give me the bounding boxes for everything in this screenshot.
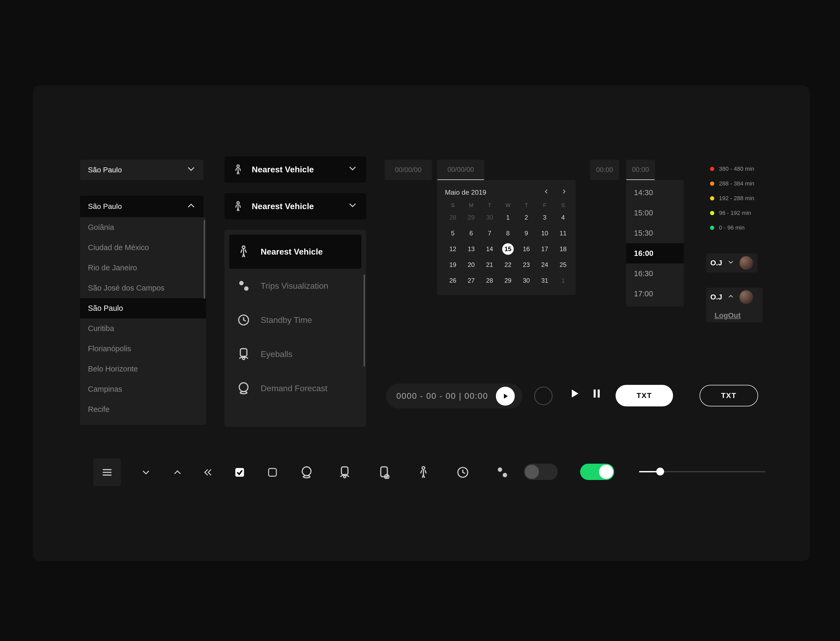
clock-icon[interactable] — [449, 458, 477, 486]
calendar-day[interactable]: 16 — [519, 243, 534, 256]
legend-label: 288 - 384 min — [719, 180, 755, 187]
toggle-on[interactable] — [580, 464, 614, 480]
visualization-item[interactable]: Standby Time — [229, 303, 361, 337]
calendar-day[interactable]: 12 — [445, 243, 461, 256]
calendar-day-muted[interactable]: 1 — [555, 274, 571, 287]
txt-button-filled[interactable]: TXT — [615, 385, 673, 406]
calendar-day[interactable]: 19 — [445, 258, 461, 271]
calendar-day[interactable]: 28 — [482, 274, 498, 287]
checkbox-empty-icon[interactable] — [259, 458, 286, 486]
city-item[interactable]: Campinas — [80, 379, 206, 399]
calendar-day[interactable]: 18 — [555, 243, 571, 256]
chevron-down-icon[interactable] — [132, 458, 160, 486]
calendar-day[interactable]: 15 — [502, 243, 514, 255]
city-item[interactable]: São José dos Campos — [80, 278, 206, 298]
city-item[interactable]: Recife — [80, 399, 206, 420]
play-icon[interactable] — [568, 388, 580, 401]
time-item[interactable]: 15:30 — [626, 223, 684, 243]
slider[interactable] — [639, 471, 765, 472]
calendar-day[interactable]: 21 — [482, 258, 498, 271]
visualization-item[interactable]: Trips Visualization — [229, 269, 361, 303]
calendar-day-muted[interactable]: 30 — [482, 211, 498, 224]
txt-button-outline[interactable]: TXT — [700, 385, 758, 406]
city-item[interactable]: Ciudad de México — [80, 237, 206, 258]
calendar-day[interactable]: 13 — [463, 243, 479, 256]
calendar-day[interactable]: 14 — [482, 243, 498, 256]
calendar-prev-icon[interactable] — [543, 188, 550, 197]
visualization-item[interactable]: Nearest Vehicle — [229, 235, 361, 269]
toggle-off[interactable] — [524, 464, 558, 480]
calendar-day[interactable]: 8 — [500, 227, 516, 240]
time-list[interactable]: 14:3015:0015:3016:0016:3017:00 — [626, 180, 684, 307]
city-item[interactable]: Rio de Janeiro — [80, 258, 206, 278]
calendar-day[interactable]: 29 — [500, 274, 516, 287]
date-input-1[interactable]: 00/00/00 — [385, 160, 432, 180]
calendar-day-muted[interactable]: 29 — [463, 211, 479, 224]
calendar-day[interactable]: 22 — [500, 258, 516, 271]
logout-link[interactable]: LogOut — [710, 309, 758, 320]
calendar-dow: T — [519, 202, 534, 208]
date-input-2[interactable]: 00/00/00 — [437, 160, 484, 180]
calendar-day[interactable]: 2 — [519, 211, 534, 224]
device-check-icon[interactable] — [370, 458, 398, 486]
demand-forecast-icon[interactable] — [293, 458, 320, 486]
play-button[interactable] — [496, 387, 515, 406]
time-item[interactable]: 15:00 — [626, 203, 684, 223]
visualization-select-2[interactable]: Nearest Vehicle — [225, 193, 366, 219]
eyeballs-icon[interactable] — [331, 458, 358, 486]
time-item[interactable]: 16:30 — [626, 264, 684, 284]
calendar-day[interactable]: 9 — [519, 227, 534, 240]
calendar-day[interactable]: 31 — [537, 274, 553, 287]
calendar-day[interactable]: 20 — [463, 258, 479, 271]
time-input-2[interactable]: 00:00 — [626, 160, 655, 180]
calendar-day[interactable]: 26 — [445, 274, 461, 287]
calendar-day[interactable]: 25 — [555, 258, 571, 271]
time-item[interactable]: 16:00 — [626, 243, 684, 264]
pause-icon[interactable] — [591, 388, 603, 401]
calendar-day[interactable]: 5 — [445, 227, 461, 240]
user-menu-expanded[interactable]: O.J LogOut — [706, 288, 763, 322]
hamburger-icon[interactable] — [93, 458, 121, 486]
visualization-item[interactable]: Demand Forecast — [229, 371, 361, 405]
calendar-day-muted[interactable]: 28 — [445, 211, 461, 224]
calendar-day[interactable]: 27 — [463, 274, 479, 287]
scrollbar-thumb[interactable] — [363, 275, 365, 366]
calendar-day[interactable]: 24 — [537, 258, 553, 271]
calendar-day[interactable]: 3 — [537, 211, 553, 224]
person-icon[interactable] — [410, 458, 437, 486]
scrollbar-thumb[interactable] — [204, 220, 205, 299]
slider-knob[interactable] — [656, 468, 664, 475]
calendar[interactable]: Maio de 2019 SMTWTFS28293012345678910111… — [437, 180, 576, 295]
city-list[interactable]: GoiâniaCiudad de MéxicoRio de JaneiroSão… — [80, 217, 206, 425]
calendar-next-icon[interactable] — [561, 188, 568, 197]
calendar-day[interactable]: 30 — [519, 274, 534, 287]
visualization-option-list[interactable]: Nearest VehicleTrips VisualizationStandb… — [225, 230, 366, 427]
visualization-item[interactable]: Eyeballs — [229, 337, 361, 371]
time-item[interactable]: 17:00 — [626, 284, 684, 304]
chevrons-left-icon[interactable] — [194, 458, 222, 486]
avatar — [739, 290, 753, 304]
calendar-day[interactable]: 7 — [482, 227, 498, 240]
calendar-day[interactable]: 23 — [519, 258, 534, 271]
calendar-day[interactable]: 17 — [537, 243, 553, 256]
calendar-day[interactable]: 1 — [500, 211, 516, 224]
calendar-day[interactable]: 10 — [537, 227, 553, 240]
chevron-up-icon[interactable] — [164, 458, 191, 486]
city-item[interactable]: Belo Horizonte — [80, 359, 206, 379]
city-select-collapsed[interactable]: São Paulo — [80, 160, 204, 180]
city-item[interactable]: Florianópolis — [80, 339, 206, 359]
city-item[interactable]: São Paulo — [80, 298, 206, 318]
calendar-day[interactable]: 4 — [555, 211, 571, 224]
checkbox-checked-icon[interactable] — [226, 458, 253, 486]
svg-rect-15 — [598, 390, 600, 398]
city-select-open-header[interactable]: São Paulo — [80, 196, 204, 217]
calendar-day[interactable]: 6 — [463, 227, 479, 240]
calendar-day[interactable]: 11 — [555, 227, 571, 240]
time-input-1[interactable]: 00:00 — [590, 160, 619, 180]
city-item[interactable]: Goiânia — [80, 217, 206, 237]
user-menu-collapsed[interactable]: O.J — [706, 253, 757, 272]
visualization-select-1[interactable]: Nearest Vehicle — [225, 156, 366, 183]
city-item[interactable]: Curitiba — [80, 318, 206, 339]
time-item[interactable]: 14:30 — [626, 183, 684, 203]
trips-icon[interactable] — [488, 458, 516, 486]
